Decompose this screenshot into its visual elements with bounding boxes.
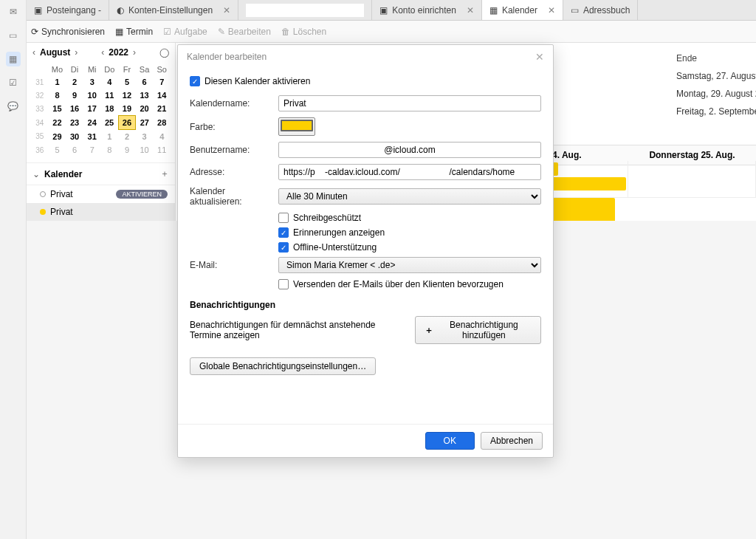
mini-cal-day[interactable]: 27	[136, 116, 154, 130]
mini-cal-day[interactable]: 22	[49, 116, 66, 130]
year-label: 2022	[109, 47, 128, 58]
mini-cal-day[interactable]: 1	[101, 130, 119, 144]
mini-cal-day[interactable]: 17	[83, 102, 101, 116]
mini-cal-day[interactable]: 6	[66, 143, 83, 157]
mini-cal-day[interactable]: 18	[101, 102, 119, 116]
mini-cal-day[interactable]: 25	[101, 116, 119, 130]
mini-cal-day[interactable]: 2	[118, 130, 136, 144]
mini-cal-day[interactable]: 7	[83, 143, 101, 157]
tab-addressbook[interactable]: ▭ Adressbuch	[563, 0, 638, 20]
sync-button[interactable]: ⟳Synchronisieren	[31, 27, 105, 37]
mini-cal-day[interactable]: 1	[49, 75, 66, 89]
offline-checkbox[interactable]: ✓	[278, 242, 289, 253]
tasks-icon[interactable]: ☑	[6, 75, 21, 90]
calendar-list-item[interactable]: PrivatAKTIVIEREN	[27, 185, 175, 203]
mini-cal-day[interactable]: 9	[66, 89, 83, 102]
add-notification-button[interactable]: ＋Benachrichtigung hinzufügen	[415, 316, 541, 344]
mini-cal-day[interactable]: 30	[66, 130, 83, 144]
edit-calendar-dialog: Kalender bearbeiten ✕ ✓ Diesen Kalender …	[177, 44, 554, 458]
close-icon[interactable]: ✕	[535, 51, 544, 63]
mail-icon[interactable]: ✉	[6, 4, 21, 19]
book-icon[interactable]: ▭	[6, 28, 21, 43]
mini-cal-day[interactable]: 6	[136, 75, 154, 89]
mini-cal-day[interactable]: 10	[136, 143, 154, 157]
activate-checkbox[interactable]: ✓	[190, 76, 200, 86]
mini-cal-day[interactable]: 26	[118, 116, 136, 130]
mini-cal-day[interactable]: 16	[66, 102, 83, 116]
new-event-button[interactable]: ▦Termin	[115, 27, 153, 37]
next-year-icon[interactable]: ›	[131, 46, 137, 59]
mini-cal-day[interactable]: 4	[153, 130, 171, 144]
mini-calendar[interactable]: MoDiMiDoFrSaSo31123456732891011121314331…	[27, 62, 175, 162]
mini-cal-day[interactable]: 4	[101, 75, 119, 89]
address-input[interactable]	[278, 164, 541, 180]
tab-search[interactable]	[238, 0, 372, 20]
plus-icon: ＋	[425, 324, 433, 337]
ok-button[interactable]: OK	[425, 432, 475, 450]
chevron-down-icon: ⌄	[32, 169, 40, 179]
mini-cal-day[interactable]: 3	[136, 130, 154, 144]
chat-icon[interactable]: 💬	[6, 99, 21, 114]
reminders-checkbox[interactable]: ✓	[278, 227, 289, 238]
prev-month-icon[interactable]: ‹	[31, 46, 37, 59]
mini-cal-day[interactable]: 29	[49, 130, 66, 144]
event-row[interactable]: Freitag, 2. September 2022 2	[676, 106, 756, 117]
tab-new-account[interactable]: ▣ Konto einrichten ✕	[372, 0, 482, 20]
mini-cal-day[interactable]: 11	[101, 89, 119, 102]
mini-cal-day[interactable]: 14	[153, 89, 171, 102]
mini-cal-day[interactable]: 2	[66, 75, 83, 89]
color-picker[interactable]	[278, 117, 315, 136]
calendar-section-header[interactable]: ⌄Kalender ＋	[27, 162, 175, 185]
close-icon[interactable]: ✕	[223, 5, 230, 16]
pencil-icon: ✎	[218, 27, 225, 37]
tab-inbox[interactable]: ▣ Posteingang -	[27, 0, 109, 20]
tab-calendar[interactable]: ▦ Kalender ✕	[482, 0, 563, 20]
mini-cal-day[interactable]: 10	[83, 89, 101, 102]
prev-year-icon[interactable]: ‹	[100, 46, 106, 59]
mini-cal-day[interactable]: 23	[66, 116, 83, 130]
mini-cal-day[interactable]: 8	[101, 143, 119, 157]
next-month-icon[interactable]: ›	[73, 46, 79, 59]
email-select[interactable]: Simon Maria Kremer < .de>	[278, 257, 541, 273]
mini-cal-day[interactable]: 19	[118, 102, 136, 116]
event-row[interactable]: Samstag, 27. August 2022 15	[676, 71, 756, 81]
new-task-button[interactable]: ☑Aufgabe	[163, 27, 207, 37]
delete-button[interactable]: 🗑Löschen	[281, 27, 326, 37]
edit-button[interactable]: ✎Bearbeiten	[218, 27, 271, 37]
mini-cal-day[interactable]: 31	[83, 130, 101, 144]
mini-cal-day[interactable]: 8	[49, 89, 66, 102]
mini-cal-day[interactable]: 5	[118, 75, 136, 89]
reminders-label: Erinnerungen anzeigen	[293, 227, 385, 238]
close-icon[interactable]: ✕	[548, 5, 555, 16]
mini-cal-day[interactable]: 3	[83, 75, 101, 89]
close-icon[interactable]: ✕	[467, 5, 474, 16]
tab-accounts[interactable]: ◐ Konten-Einstellungen ✕	[109, 0, 238, 20]
username-input[interactable]	[278, 142, 541, 158]
mini-cal-day[interactable]: 11	[153, 143, 171, 157]
allday-cell[interactable]	[628, 161, 756, 197]
calendar-name-input[interactable]	[278, 95, 541, 111]
cancel-button[interactable]: Abbrechen	[481, 432, 543, 450]
send-client-checkbox[interactable]	[278, 279, 289, 289]
global-notifications-button[interactable]: Globale Benachrichtigungseinstellungen…	[190, 357, 376, 375]
mini-cal-day[interactable]: 9	[118, 143, 136, 157]
mini-cal-day[interactable]: 12	[118, 89, 136, 102]
today-icon[interactable]: ◯	[158, 46, 171, 59]
refresh-select[interactable]: Alle 30 Minuten	[278, 188, 541, 205]
mini-cal-day[interactable]: 24	[83, 116, 101, 130]
mini-cal-day[interactable]: 15	[49, 102, 66, 116]
calendar-rail-icon[interactable]: ▦	[6, 52, 21, 66]
activate-pill[interactable]: AKTIVIEREN	[116, 190, 168, 199]
readonly-checkbox[interactable]	[278, 213, 289, 223]
add-calendar-icon[interactable]: ＋	[160, 168, 169, 180]
mini-cal-day[interactable]: 21	[153, 102, 171, 116]
upcoming-list: Ende Samstag, 27. August 2022 15 Montag,…	[633, 53, 756, 124]
mini-cal-day[interactable]: 28	[153, 116, 171, 130]
event-row[interactable]: Montag, 29. August 2022 21	[676, 89, 756, 99]
mini-cal-day[interactable]: 5	[49, 143, 66, 157]
calendar-list-item[interactable]: Privat	[27, 203, 175, 221]
mini-cal-day[interactable]: 20	[136, 102, 154, 116]
tab-search-input[interactable]	[246, 4, 364, 17]
mini-cal-day[interactable]: 7	[153, 75, 171, 89]
mini-cal-day[interactable]: 13	[136, 89, 154, 102]
